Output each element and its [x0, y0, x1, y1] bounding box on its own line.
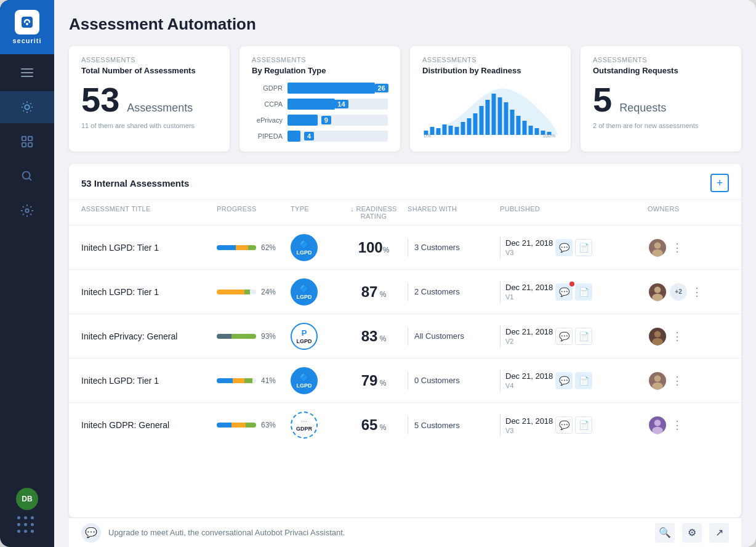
row-title-2: Initech LGPD: Tier 1: [81, 287, 217, 297]
type-cell-2[interactable]: 🔷 LGPD: [291, 278, 340, 306]
progress-cell-3: 93%: [217, 332, 291, 341]
table-row: Initech LGPD: Tier 1 24% 🔷 LGPD: [69, 270, 741, 314]
owner-avatar-5: [648, 415, 667, 435]
bar-track-gdpr: 26: [288, 83, 388, 94]
nav-item-settings[interactable]: [0, 195, 54, 227]
row-title-3: Initech ePrivacy: General: [81, 331, 217, 341]
col-header-actions: [598, 205, 648, 220]
bar-fill-pipeda: 4: [288, 131, 300, 142]
chat-icon-1[interactable]: 💬: [555, 239, 573, 256]
chat-icon-2[interactable]: 💬: [555, 283, 573, 301]
chat-icon-3[interactable]: 💬: [555, 328, 573, 345]
progress-cell-1: 62%: [217, 243, 291, 252]
logo[interactable]: securiti: [0, 0, 54, 54]
bar-track-ccpa: 14: [288, 99, 388, 110]
bar-track-pipeda: 4: [288, 131, 388, 142]
doc-icon-1[interactable]: 📄: [575, 239, 592, 256]
stat-unit-1: Assessments: [127, 102, 193, 115]
col-headers: Assessment Title Progress Type ↓ Readine…: [69, 200, 741, 225]
svg-rect-17: [473, 113, 478, 135]
readiness-cell-2: 87 %: [340, 283, 408, 301]
owners-cell-4: ⋮: [648, 371, 709, 391]
owner-avatar-3: [648, 326, 667, 346]
svg-rect-20: [492, 94, 496, 135]
shared-cell-3: All Customers: [408, 327, 500, 346]
svg-point-34: [654, 286, 661, 293]
chat-bubble-icon: 💬: [81, 523, 101, 543]
stat-sub-4: 2 of them are for new assessments: [593, 122, 729, 129]
svg-point-35: [652, 293, 663, 301]
published-cell-5: Dec 21, 2018 V3 💬 📄: [500, 414, 598, 436]
app-grid[interactable]: [16, 515, 38, 537]
bar-label-gdpr: GDPR: [252, 84, 283, 92]
doc-icon-4[interactable]: 📄: [575, 372, 592, 389]
svg-rect-21: [498, 97, 502, 135]
stat-number-4: 5: [593, 83, 612, 117]
row-more-btn-1[interactable]: ⋮: [670, 240, 685, 255]
svg-text:0%: 0%: [424, 133, 432, 138]
svg-rect-13: [449, 126, 453, 135]
stat-card-distribution: Assessments Distribution by Readiness: [410, 46, 571, 152]
doc-icon-5[interactable]: 📄: [575, 416, 592, 434]
table-title: 53 Internal Assessments: [81, 178, 189, 188]
chat-icon-5[interactable]: 💬: [555, 416, 573, 434]
user-avatar[interactable]: DB: [16, 488, 38, 510]
readiness-cell-4: 79 %: [340, 372, 408, 389]
owner-avatar-1: [648, 238, 667, 257]
chat-icon-4[interactable]: 💬: [555, 372, 573, 389]
doc-icon-3[interactable]: 📄: [575, 328, 592, 345]
row-title-1: Initech LGPD: Tier 1: [81, 243, 217, 253]
owner-more-2: +2: [670, 283, 687, 301]
type-cell-4[interactable]: 🔷 LGPD: [291, 367, 340, 394]
svg-rect-16: [467, 118, 472, 135]
owners-cell-2: +2 ⋮: [648, 282, 709, 302]
menu-toggle[interactable]: [0, 59, 54, 86]
progress-pct-3: 93%: [261, 332, 276, 341]
owner-avatar-2: [648, 282, 667, 302]
nav-item-search[interactable]: [0, 160, 54, 192]
type-cell-3[interactable]: P LGPD: [291, 323, 340, 350]
table-row: Initech LGPD: Tier 1 62% 🔷 LGPD: [69, 225, 741, 270]
type-cell-5[interactable]: ⋯ GDPR: [291, 411, 340, 439]
svg-rect-19: [486, 100, 490, 135]
bar-pipeda: PIPEDA 4: [252, 131, 388, 142]
svg-rect-6: [28, 143, 32, 147]
progress-pct-4: 41%: [261, 376, 276, 385]
bar-value-eprivacy: 9: [321, 116, 331, 124]
filter-bottom-button[interactable]: ⚙: [682, 523, 702, 543]
distribution-chart: 0% 100%: [422, 83, 558, 138]
bar-label-ccpa: CCPA: [252, 100, 283, 108]
col-header-progress: Progress: [217, 205, 291, 220]
bar-value-ccpa: 14: [334, 100, 348, 108]
row-more-btn-5[interactable]: ⋮: [670, 418, 685, 432]
col-header-owners: Owners: [648, 205, 709, 220]
svg-rect-14: [455, 127, 459, 135]
expand-bottom-button[interactable]: ↗: [709, 523, 729, 543]
bottom-bar: 💬 Upgrade to meet Auti, the conversation…: [69, 517, 741, 547]
owners-cell-3: ⋮: [648, 326, 709, 346]
table-body: Initech LGPD: Tier 1 62% 🔷 LGPD: [69, 225, 741, 517]
add-assessment-button[interactable]: +: [710, 174, 729, 192]
sidebar: securiti: [0, 0, 54, 547]
stat-card-regulation: Assessments By Regulation Type GDPR 26 C…: [239, 46, 400, 152]
col-header-type: Type: [291, 205, 340, 220]
row-more-btn-4[interactable]: ⋮: [670, 373, 685, 388]
stat-title-1: Total Number of Assessments: [81, 66, 217, 75]
bar-fill-ccpa: 14: [288, 99, 335, 110]
type-cell-1[interactable]: 🔷 LGPD: [291, 234, 340, 261]
search-bottom-button[interactable]: 🔍: [655, 523, 675, 543]
doc-icon-2[interactable]: 📄: [575, 283, 592, 301]
svg-text:100%: 100%: [543, 133, 555, 138]
table-row: Initech LGPD: Tier 1 41% 🔷 LGPD: [69, 359, 741, 403]
page-title: Assessment Automation: [69, 15, 741, 34]
progress-cell-2: 24%: [217, 288, 291, 296]
row-more-btn-3[interactable]: ⋮: [670, 329, 685, 344]
nav-item-radio[interactable]: [0, 91, 54, 123]
col-header-readiness: ↓ Readiness Rating: [340, 205, 408, 220]
svg-rect-11: [436, 128, 441, 135]
shared-cell-4: 0 Customers: [408, 371, 500, 390]
stat-card-requests: Assessments Outstanding Requests 5 Reque…: [581, 46, 741, 152]
svg-rect-25: [523, 121, 527, 135]
nav-item-grid[interactable]: [0, 126, 54, 158]
row-more-btn-2[interactable]: ⋮: [690, 285, 704, 299]
